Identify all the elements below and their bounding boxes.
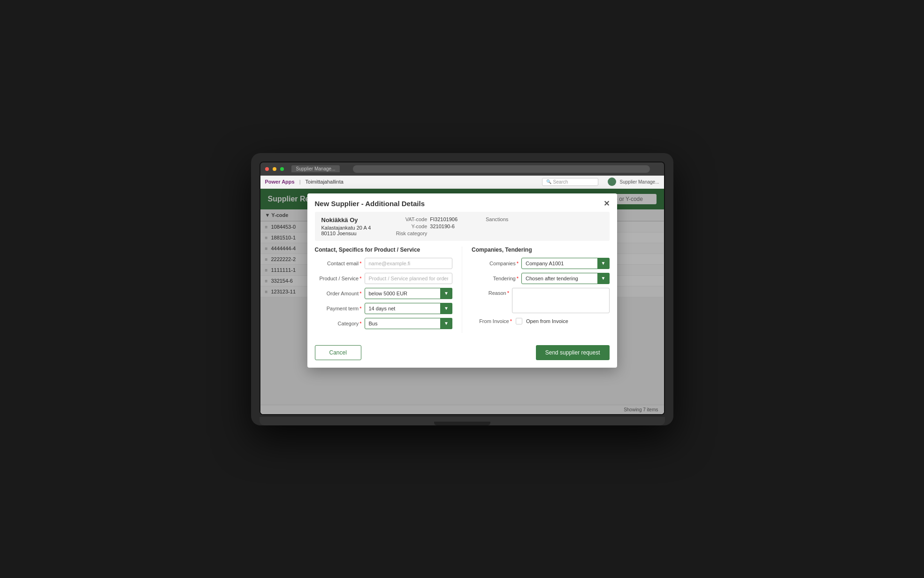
category-label: Category* [315,321,362,326]
product-service-row: Product / Service* [315,273,453,284]
supplier-address: Nokiäkkä Oy Kalastajankatu 20 A 4 80110 … [321,216,371,236]
right-section-title: Companies, Tendering [472,247,610,253]
powerapps-bar: Power Apps | Toimittajahallinta 🔍 Search… [260,176,664,189]
form-left-section: Contact, Specifics for Product / Service… [315,247,462,333]
modal-header: New Supplier - Additional Details ✕ [307,193,617,212]
from-invoice-checkbox[interactable] [516,318,522,324]
order-amount-label: Order Amount* [315,291,362,296]
required-star-2: * [359,276,361,281]
order-amount-select-wrapper: below 5000 EUR ▼ [365,288,453,299]
order-amount-select[interactable]: below 5000 EUR [365,288,453,299]
search-icon: 🔍 [546,179,551,184]
powerapps-separator: | [299,179,301,185]
required-star-9: * [510,318,512,324]
supplier-address-line1: Kalastajankatu 20 A 4 [321,225,371,231]
modal-footer: Cancel Send supplier request [307,338,617,368]
required-star-7: * [517,276,519,281]
reason-label: Reason* [472,288,509,296]
contact-email-input[interactable] [365,258,453,269]
browser-address-bar[interactable] [353,165,649,173]
product-service-input[interactable] [365,273,453,284]
modal-title: New Supplier - Additional Details [315,200,425,208]
tendering-select[interactable]: Chosen after tendering [521,273,610,284]
form-right-section: Companies, Tendering Companies* Company … [462,247,610,333]
open-from-invoice-label: Open from Invoice [526,318,568,324]
vat-code-label: VAT-code [389,216,427,222]
category-select-wrapper: Bus ▼ [365,318,453,329]
new-supplier-modal: New Supplier - Additional Details ✕ Noki… [307,193,617,368]
send-supplier-request-button[interactable]: Send supplier request [536,345,610,360]
contact-email-row: Contact email* [315,258,453,269]
order-amount-row: Order Amount* below 5000 EUR ▼ [315,288,453,299]
from-invoice-label: From Invoice* [474,318,512,324]
risk-category-label: Risk category [389,231,427,236]
browser-tab[interactable]: Supplier Manage... [291,165,340,172]
risk-category-row: Risk category [389,231,458,236]
tendering-select-wrapper: Chosen after tendering ▼ [521,273,610,284]
required-star-3: * [359,291,361,296]
browser-close-dot[interactable] [265,167,269,171]
form-sections: Contact, Specifics for Product / Service… [307,247,617,333]
payment-term-select-wrapper: 14 days net ▼ [365,303,453,314]
supplier-address-line2: 80110 Joensuu [321,231,371,236]
category-row: Category* Bus ▼ [315,318,453,329]
tendering-label: Tendering* [472,276,519,281]
modal-overlay: New Supplier - Additional Details ✕ Noki… [260,189,664,414]
left-section-title: Contact, Specifics for Product / Service [315,247,453,253]
reason-row: Reason* [472,288,610,313]
contact-email-label: Contact email* [315,261,362,266]
companies-select[interactable]: Company A1001 [521,258,610,269]
payment-term-label: Payment term* [315,306,362,311]
companies-select-wrapper: Company A1001 ▼ [521,258,610,269]
modal-close-button[interactable]: ✕ [603,199,610,208]
companies-row: Companies* Company A1001 ▼ [472,258,610,269]
product-service-label: Product / Service* [315,276,362,281]
cancel-button[interactable]: Cancel [315,345,361,360]
companies-label: Companies* [472,261,519,266]
payment-term-row: Payment term* 14 days net ▼ [315,303,453,314]
required-star-5: * [359,321,361,326]
supplier-info-section: Nokiäkkä Oy Kalastajankatu 20 A 4 80110 … [315,212,610,241]
vat-code-value: FI32101906 [430,216,458,222]
user-avatar[interactable] [608,177,616,186]
powerapps-app-title: Toimittajahallinta [305,179,344,185]
browser-minimize-dot[interactable] [273,167,276,171]
tendering-row: Tendering* Chosen after tendering ▼ [472,273,610,284]
y-code-label: Y-code [389,223,427,229]
sanctions-section: Sanctions [476,216,508,236]
category-select[interactable]: Bus [365,318,453,329]
payment-term-select[interactable]: 14 days net [365,303,453,314]
required-star-8: * [507,290,509,296]
sanctions-label: Sanctions [486,216,508,222]
browser-maximize-dot[interactable] [280,167,284,171]
supplier-codes: VAT-code FI32101906 Y-code 3210190-6 Ris… [389,216,458,236]
reason-textarea[interactable] [512,288,610,313]
powerapps-right-icons: Supplier Manage... [608,177,659,186]
powerapps-logo: Power Apps [265,179,295,185]
required-star-6: * [517,261,519,266]
supplier-company-name: Nokiäkkä Oy [321,216,371,223]
app-container: Supplier Register + ▼ Y-code ▼ S ▼ Statu… [260,189,664,414]
required-star: * [359,261,361,266]
powerapps-search[interactable]: 🔍 Search [542,178,598,186]
y-code-row: Y-code 3210190-6 [389,223,458,229]
browser-bar: Supplier Manage... [260,162,664,176]
y-code-value: 3210190-6 [430,223,455,229]
user-label: Supplier Manage... [620,179,659,185]
required-star-4: * [359,306,361,311]
from-invoice-row: From Invoice* Open from Invoice [472,318,610,324]
vat-code-row: VAT-code FI32101906 [389,216,458,222]
